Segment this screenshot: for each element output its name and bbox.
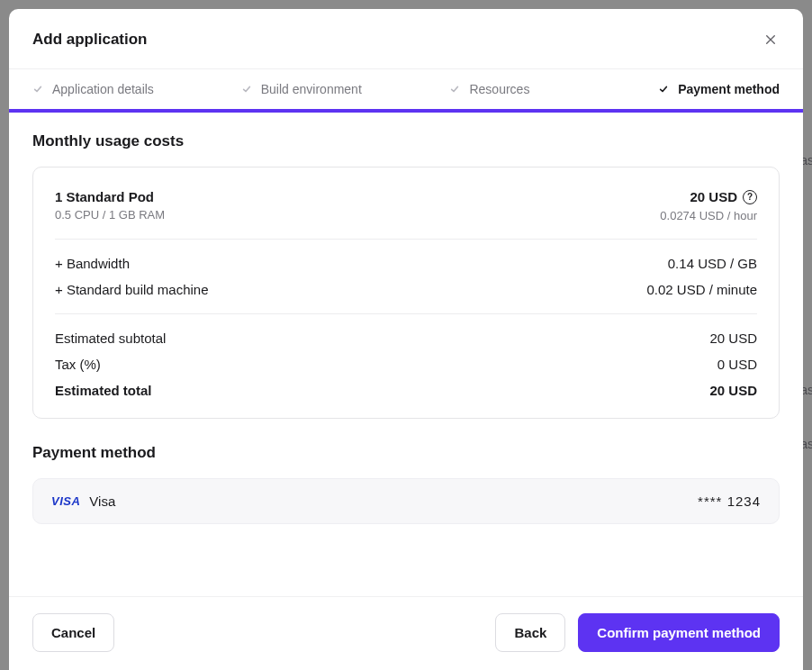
costs-heading: Monthly usage costs — [32, 132, 780, 150]
cost-card: 1 Standard Pod 0.5 CPU / 1 GB RAM 20 USD… — [32, 167, 780, 419]
divider — [55, 239, 757, 240]
modal-header: Add application — [9, 9, 803, 69]
divider — [55, 313, 757, 314]
stepper: Application details Build environment Re… — [9, 69, 803, 113]
payment-method-card[interactable]: VISA Visa **** 1234 — [32, 478, 780, 524]
pod-spec: 0.5 CPU / 1 GB RAM — [55, 208, 165, 222]
payment-brand-name: Visa — [89, 493, 115, 509]
pod-price-sub: 0.0274 USD / hour — [660, 209, 757, 222]
pod-row: 1 Standard Pod 0.5 CPU / 1 GB RAM 20 USD… — [55, 189, 757, 222]
subtotal-line: Estimated subtotal 20 USD — [55, 330, 757, 346]
check-icon — [241, 84, 252, 95]
tax-line: Tax (%) 0 USD — [55, 357, 757, 372]
step-payment-method[interactable]: Payment method — [658, 69, 780, 109]
modal-title: Add application — [32, 31, 148, 49]
check-icon — [32, 84, 43, 95]
total-label: Estimated total — [55, 383, 152, 398]
visa-logo-icon: VISA — [51, 494, 80, 508]
back-button[interactable]: Back — [495, 613, 565, 652]
confirm-payment-button[interactable]: Confirm payment method — [578, 613, 780, 652]
step-resources[interactable]: Resources — [449, 69, 649, 109]
payment-section: Payment method VISA Visa **** 1234 — [32, 444, 780, 524]
usage-line-build-machine: + Standard build machine 0.02 USD / minu… — [55, 282, 757, 297]
step-label: Build environment — [261, 82, 362, 96]
check-icon — [658, 84, 669, 95]
tax-value: 0 USD — [717, 357, 757, 372]
usage-value: 0.02 USD / minute — [646, 282, 757, 297]
step-label: Application details — [52, 82, 154, 96]
modal-content: Monthly usage costs 1 Standard Pod 0.5 C… — [9, 113, 803, 596]
info-icon[interactable]: ? — [743, 190, 757, 204]
usage-label: + Standard build machine — [55, 282, 209, 297]
pod-name: 1 Standard Pod — [55, 189, 165, 204]
add-application-modal: Add application Application details Buil… — [9, 9, 803, 670]
pod-price-value: 20 USD — [690, 189, 737, 204]
total-value: 20 USD — [709, 383, 757, 398]
usage-label: + Bandwidth — [55, 256, 130, 271]
step-application-details[interactable]: Application details — [32, 69, 232, 109]
usage-line-bandwidth: + Bandwidth 0.14 USD / GB — [55, 256, 757, 271]
total-line: Estimated total 20 USD — [55, 383, 757, 398]
step-build-environment[interactable]: Build environment — [241, 69, 441, 109]
modal-footer: Cancel Back Confirm payment method — [9, 596, 803, 670]
payment-heading: Payment method — [32, 444, 780, 462]
usage-value: 0.14 USD / GB — [668, 256, 757, 271]
close-icon — [765, 34, 776, 45]
pod-price: 20 USD ? — [690, 189, 757, 204]
check-icon — [449, 84, 460, 95]
subtotal-label: Estimated subtotal — [55, 330, 166, 346]
subtotal-value: 20 USD — [709, 330, 757, 346]
payment-last4: **** 1234 — [698, 493, 761, 509]
tax-label: Tax (%) — [55, 357, 101, 372]
step-label: Resources — [469, 82, 529, 96]
close-button[interactable] — [762, 31, 780, 49]
step-label: Payment method — [678, 82, 780, 96]
cancel-button[interactable]: Cancel — [32, 613, 114, 652]
